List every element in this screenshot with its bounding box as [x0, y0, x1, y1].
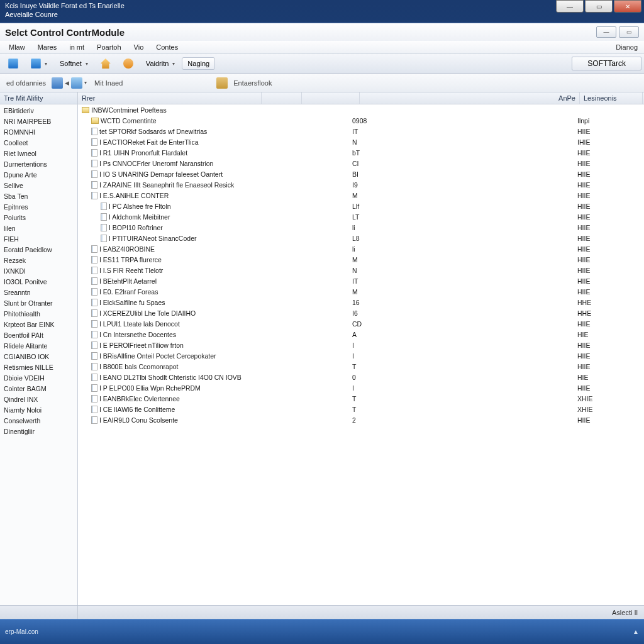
dropdown-icon[interactable]: ▾	[84, 80, 87, 86]
sidebar-item[interactable]: Sreanntn	[0, 287, 77, 298]
menu-dianog[interactable]: Dianog	[616, 43, 641, 51]
menu-vio[interactable]: Vio	[128, 42, 150, 52]
row-col3: HHE	[577, 299, 628, 306]
tree-row[interactable]: I Cn Intersnethe DocentesAHIE	[78, 329, 644, 340]
tree-row[interactable]: I R1 UIHN Pronorfult FlardaletbTHIIE	[78, 147, 644, 158]
tree-row[interactable]: I EAIR9L0 Conu Scolsente2HIIE	[78, 414, 644, 425]
tool-naging[interactable]: Naging	[182, 57, 215, 70]
sidebar-item[interactable]: Boentfoil PAIt	[0, 330, 77, 341]
tree-row[interactable]: I E PEROlFrieet nTiliow frtonIHIIE	[78, 340, 644, 350]
sidebar-item[interactable]: Krpteot Bar EINK	[0, 319, 77, 330]
menu-poartoh[interactable]: Poartoh	[91, 42, 128, 52]
back-icon[interactable]: ◀	[65, 80, 69, 86]
parent-close-button[interactable]: ✕	[614, 0, 641, 13]
tree-row[interactable]: I IO S UNARING Demapr faleeset OantertBI…	[78, 169, 644, 179]
tree-row[interactable]: I Aldchomk MeibitnerLTHIIE	[78, 211, 644, 222]
row-col2: bT	[352, 149, 426, 157]
tray-icon[interactable]: ▲	[633, 628, 639, 635]
sidebar-item[interactable]: Rlidele Alitante	[0, 341, 77, 352]
sidebar-item[interactable]: FIEH	[0, 234, 77, 245]
sidebar-item[interactable]: ROMNNHI	[0, 127, 77, 138]
col-rrer[interactable]: Rrer	[78, 92, 262, 104]
sidebar-item[interactable]: IO3OL Ponitve	[0, 277, 77, 287]
col-lesineonis[interactable]: Lesineonis	[580, 92, 643, 104]
tree-row[interactable]: I BRisAllfine Onteil Poctet Cercepokater…	[78, 350, 644, 361]
tree-row[interactable]: I BEtehtPllt AetarrelITHIIE	[78, 275, 644, 286]
menu-mares[interactable]: Mares	[31, 42, 64, 52]
parent-minimize-button[interactable]: —	[556, 0, 584, 13]
tree-row[interactable]: I PC Alshee fre FltolnLlfHIIE	[78, 201, 644, 211]
tool-home[interactable]	[95, 56, 116, 71]
sidebar-item[interactable]: Retisrnies NILLE	[0, 362, 77, 373]
tree-row[interactable]: I CE lIAWl6 fle ConlittemeTXHIE	[78, 404, 644, 414]
sidebar-item[interactable]: Qindrel INX	[0, 394, 77, 405]
col-blank2[interactable]	[302, 92, 360, 104]
sidebar-item[interactable]: Epitnres	[0, 202, 77, 213]
sidebar-item[interactable]: Niarnty Noloi	[0, 405, 77, 416]
tree-row[interactable]: WCTD Cornentinte0908Ilnpi	[78, 115, 644, 126]
tree-row[interactable]: I E.S.ANiHLE CONTERMHIIE	[78, 190, 644, 201]
panel-icon[interactable]	[71, 77, 82, 89]
tool-icon-2[interactable]: ▾	[25, 56, 53, 71]
sidebar-item[interactable]: Cointer BAGM	[0, 384, 77, 394]
tree-row[interactable]: I ZARAINE IlIt Seanephrit fle Enaeseol R…	[78, 179, 644, 190]
sidebar-item[interactable]: Dbioie VDEIH	[0, 373, 77, 384]
tree-row[interactable]: I EABZ4I0ROBINEliHIIE	[78, 243, 644, 254]
tree-row[interactable]: I Ps CNNOCFrler Uneromf NaranstrionCIHII…	[78, 158, 644, 169]
tree-row[interactable]: I P ELPO00 Ellia Wpn RchePRDMIHIIE	[78, 382, 644, 393]
sidebar-item[interactable]: Rezsek	[0, 255, 77, 266]
tb2-mitinaed[interactable]: Mit Inaed	[91, 79, 126, 87]
tool-validator[interactable]: Vaidritn▾	[140, 57, 180, 70]
sidebar-item[interactable]: Eoratd Paeidlow	[0, 245, 77, 255]
file-icon	[91, 267, 97, 274]
tree-row[interactable]: I LPUI1 Lteate lals DenocotCDHIIE	[78, 318, 644, 329]
sidebar-item[interactable]: Coolleet	[0, 138, 77, 148]
sidebar-item[interactable]: NRI MAIRPEEB	[0, 116, 77, 127]
tool-globe[interactable]	[118, 56, 139, 71]
sidebar-item[interactable]: Poiurits	[0, 213, 77, 223]
tree-row[interactable]: I I.S FIR Reeht TlelotrNHIIE	[78, 265, 644, 275]
row-col2: T	[352, 395, 426, 402]
col-anpe[interactable]: AnPe	[360, 92, 580, 104]
sidebar-item[interactable]: Sellive	[0, 180, 77, 191]
tree-row[interactable]: I E0. E2lranf ForeasMHIIE	[78, 286, 644, 297]
app-minimize-button[interactable]: —	[596, 26, 616, 38]
tool-softnet[interactable]: Softnet▾	[54, 57, 94, 70]
tb2-entersflook[interactable]: Entaersflook	[230, 79, 275, 87]
book-icon[interactable]	[216, 77, 228, 89]
tree-row[interactable]: I ES11 TRPA flurerceMHIIE	[78, 254, 644, 265]
sidebar-item[interactable]: Dpune Arte	[0, 170, 77, 180]
tree-row[interactable]: I XCEREZUlibl Lhe Tole DIAIIHOI6HHE	[78, 308, 644, 318]
tree-row[interactable]: I EANO DL2Tlbi Shodlt Chteristic I4O0 CN…	[78, 372, 644, 382]
sidebar-item[interactable]: lilen	[0, 223, 77, 234]
tree-row[interactable]: I ElckSalfilne fu Spaes16HHE	[78, 297, 644, 308]
sidebar-item[interactable]: Dinentigliir	[0, 426, 77, 437]
tool-softtrack[interactable]: SOFTTarck	[572, 57, 641, 70]
disk-icon[interactable]	[52, 77, 63, 89]
sidebar-item[interactable]: Durnertentions	[0, 159, 77, 170]
tree-row[interactable]: tet SPTORkf Sodsards wf DnewitriasITHIIE	[78, 126, 644, 136]
sidebar-item[interactable]: Phitothiealth	[0, 309, 77, 319]
tree-row[interactable]: I BOPI10 RoftrinerliHIIE	[78, 222, 644, 233]
tree-row[interactable]: INBWContminet Poefteas	[78, 104, 644, 115]
sidebar-item[interactable]: Conselwerth	[0, 416, 77, 426]
tree-row[interactable]: I EANBRkElec OvlertenneeTXHIE	[78, 393, 644, 404]
sidebar-item[interactable]: EBirtideriv	[0, 106, 77, 116]
menu-contes[interactable]: Contes	[150, 42, 184, 52]
tree-row[interactable]: I B800E bals CcomonrapotTHIIE	[78, 361, 644, 372]
sidebar-item[interactable]: IXNKDI	[0, 266, 77, 277]
toolbar-secondary: ed ofdannies ◀ ▾ Mit Inaed Entaersflook	[0, 74, 644, 92]
app-maximize-button[interactable]: ▭	[619, 26, 639, 38]
tree-row[interactable]: I EACTIOReket Fait de EnterTlicaNIHIE	[78, 136, 644, 147]
sidebar-item[interactable]: Riet Iwneol	[0, 148, 77, 159]
tb2-oldannies[interactable]: ed ofdannies	[3, 79, 50, 87]
col-blank1[interactable]	[262, 92, 302, 104]
menu-mlaw[interactable]: Mlaw	[3, 42, 31, 52]
sidebar-item[interactable]: CGIANIBO IOK	[0, 352, 77, 362]
parent-maximize-button[interactable]: ▭	[585, 0, 613, 13]
tree-row[interactable]: I PTITUIRANeot SinancCoderL8HIIE	[78, 233, 644, 243]
sidebar-item[interactable]: Sba Ten	[0, 191, 77, 202]
sidebar-item[interactable]: Slunt br Otranter	[0, 298, 77, 309]
menu-inmt[interactable]: in mt	[63, 42, 91, 52]
tool-icon-1[interactable]	[3, 56, 24, 71]
